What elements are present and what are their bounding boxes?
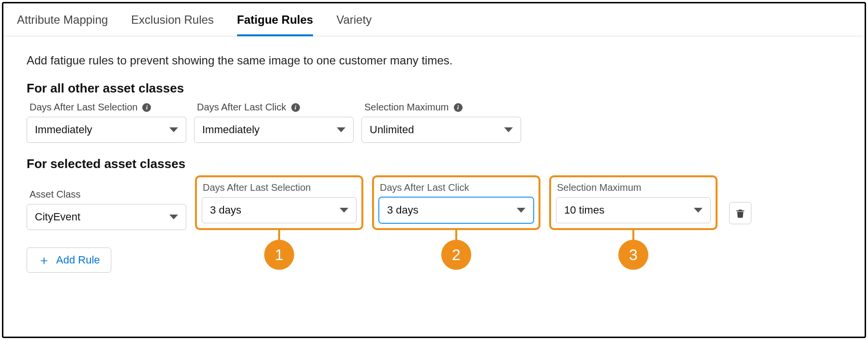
highlight-days-after-last-selection: Days After Last Selection 3 days 1 — [195, 175, 363, 230]
select-days-after-last-click-rule[interactable]: 3 days — [379, 197, 534, 223]
label-text: Days After Last Selection — [30, 102, 137, 113]
callout-badge-1: 1 — [264, 240, 294, 270]
tab-attribute-mapping[interactable]: Attribute Mapping — [17, 13, 108, 36]
section-heading-selected: For selected asset classes — [27, 156, 841, 171]
chevron-down-icon — [337, 127, 345, 132]
chevron-down-icon — [169, 215, 178, 219]
section-heading-all-other: For all other asset classes — [27, 81, 841, 96]
field-selection-maximum: Selection Maximum i Unlimited — [361, 100, 521, 143]
selected-rules-row: Asset Class CityEvent Days After Last Se… — [27, 175, 841, 230]
callout-connector — [278, 228, 280, 241]
chevron-down-icon — [694, 208, 703, 213]
tab-fatigue-rules[interactable]: Fatigue Rules — [237, 13, 313, 36]
select-selection-maximum[interactable]: Unlimited — [361, 117, 521, 143]
delete-rule-button[interactable] — [729, 202, 751, 224]
field-asset-class: Asset Class CityEvent — [27, 187, 186, 230]
callout-badge-2: 2 — [441, 240, 471, 270]
label-asset-class: Asset Class — [27, 187, 186, 204]
select-value: Unlimited — [370, 124, 414, 136]
chevron-down-icon — [340, 208, 348, 213]
add-rule-button[interactable]: ＋ Add Rule — [27, 247, 111, 273]
label-selection-maximum: Selection Maximum — [556, 180, 711, 197]
label-text: Days After Last Selection — [203, 182, 311, 193]
select-value: 3 days — [210, 204, 241, 216]
label-text: Selection Maximum — [364, 102, 449, 113]
callout-connector — [455, 228, 457, 241]
highlight-selection-maximum: Selection Maximum 10 times 3 — [549, 175, 718, 230]
label-days-after-last-selection: Days After Last Selection — [202, 180, 357, 197]
label-selection-maximum: Selection Maximum i — [361, 100, 521, 117]
tab-exclusion-rules[interactable]: Exclusion Rules — [131, 13, 214, 36]
label-text: Asset Class — [30, 189, 81, 200]
select-value: CityEvent — [35, 211, 80, 223]
intro-text: Add fatigue rules to prevent showing the… — [27, 54, 841, 67]
label-text: Days After Last Click — [197, 102, 286, 113]
tab-bar: Attribute Mapping Exclusion Rules Fatigu… — [3, 3, 865, 36]
select-selection-maximum-rule[interactable]: 10 times — [556, 197, 711, 223]
highlight-days-after-last-click: Days After Last Click 3 days 2 — [372, 175, 540, 230]
select-asset-class[interactable]: CityEvent — [27, 204, 186, 230]
tab-content: Add fatigue rules to prevent showing the… — [3, 36, 865, 284]
label-days-after-last-click: Days After Last Click i — [194, 100, 354, 117]
chevron-down-icon — [517, 208, 525, 213]
info-icon[interactable]: i — [454, 103, 463, 112]
info-icon[interactable]: i — [291, 103, 300, 112]
label-text: Selection Maximum — [557, 182, 642, 193]
select-value: 3 days — [387, 204, 419, 216]
label-days-after-last-click: Days After Last Click — [379, 180, 534, 197]
select-days-after-last-click[interactable]: Immediately — [194, 117, 354, 143]
plus-icon: ＋ — [38, 254, 50, 266]
label-text: Days After Last Click — [380, 182, 469, 193]
select-value: Immediately — [35, 124, 92, 136]
select-days-after-last-selection[interactable]: Immediately — [27, 117, 186, 143]
app-frame: Attribute Mapping Exclusion Rules Fatigu… — [2, 2, 866, 338]
info-icon[interactable]: i — [142, 103, 151, 112]
callout-connector — [632, 228, 634, 241]
select-value: 10 times — [564, 204, 604, 216]
label-days-after-last-selection: Days After Last Selection i — [27, 100, 186, 117]
tab-variety[interactable]: Variety — [336, 13, 372, 36]
select-days-after-last-selection-rule[interactable]: 3 days — [202, 197, 357, 223]
global-rules-row: Days After Last Selection i Immediately … — [27, 100, 841, 143]
callout-badge-3: 3 — [618, 240, 648, 270]
select-value: Immediately — [202, 124, 260, 136]
chevron-down-icon — [169, 127, 178, 132]
field-days-after-last-selection: Days After Last Selection i Immediately — [27, 100, 186, 143]
field-days-after-last-click: Days After Last Click i Immediately — [194, 100, 354, 143]
chevron-down-icon — [504, 127, 513, 132]
add-rule-label: Add Rule — [56, 254, 100, 266]
trash-icon — [735, 208, 746, 218]
